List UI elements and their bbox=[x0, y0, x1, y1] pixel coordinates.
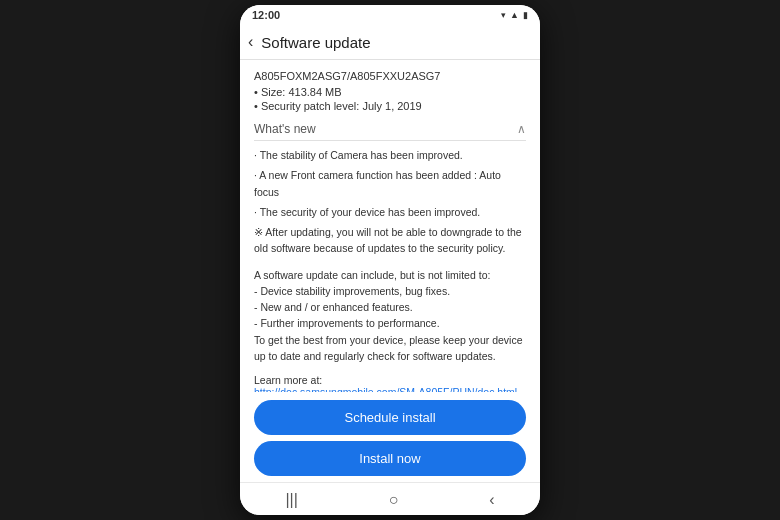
general-info-text: A software update can include, but is no… bbox=[254, 267, 526, 365]
size-info: • Size: 413.84 MB bbox=[254, 86, 526, 98]
nav-home-icon[interactable]: ○ bbox=[389, 491, 399, 509]
phone-frame: 12:00 ▾ ▲ ▮ ‹ Software update A805FOXM2A… bbox=[240, 5, 540, 515]
page-title: Software update bbox=[261, 34, 370, 51]
back-button[interactable]: ‹ bbox=[248, 33, 253, 51]
learn-more-label: Learn more at: bbox=[254, 374, 322, 386]
whats-new-line1: · The stability of Camera has been impro… bbox=[254, 147, 526, 163]
whats-new-content: · The stability of Camera has been impro… bbox=[254, 147, 526, 257]
general-info: A software update can include, but is no… bbox=[254, 267, 526, 365]
schedule-install-button[interactable]: Schedule install bbox=[254, 400, 526, 435]
battery-icon: ▮ bbox=[523, 10, 528, 20]
nav-menu-icon[interactable]: ||| bbox=[285, 491, 297, 509]
whats-new-line2: · A new Front camera function has been a… bbox=[254, 167, 526, 200]
whats-new-line3: · The security of your device has been i… bbox=[254, 204, 526, 220]
security-patch: • Security patch level: July 1, 2019 bbox=[254, 100, 526, 112]
nav-back-icon[interactable]: ‹ bbox=[489, 491, 494, 509]
status-icons: ▾ ▲ ▮ bbox=[501, 10, 528, 20]
whats-new-header[interactable]: What's new ∧ bbox=[254, 122, 526, 141]
install-now-button[interactable]: Install now bbox=[254, 441, 526, 476]
main-content: A805FOXM2ASG7/A805FXXU2ASG7 • Size: 413.… bbox=[240, 60, 540, 392]
learn-more-section: Learn more at: http://doc.samsungmobile.… bbox=[254, 374, 526, 392]
whats-new-line4: ※ After updating, you will not be able t… bbox=[254, 224, 526, 257]
page-header: ‹ Software update bbox=[240, 25, 540, 60]
nav-bar: ||| ○ ‹ bbox=[240, 482, 540, 515]
signal-icon: ▲ bbox=[510, 10, 519, 20]
status-bar: 12:00 ▾ ▲ ▮ bbox=[240, 5, 540, 25]
status-time: 12:00 bbox=[252, 9, 280, 21]
whats-new-title: What's new bbox=[254, 122, 316, 136]
wifi-icon: ▾ bbox=[501, 10, 506, 20]
buttons-area: Schedule install Install now bbox=[240, 392, 540, 482]
build-id: A805FOXM2ASG7/A805FXXU2ASG7 bbox=[254, 70, 526, 82]
chevron-up-icon: ∧ bbox=[517, 122, 526, 136]
